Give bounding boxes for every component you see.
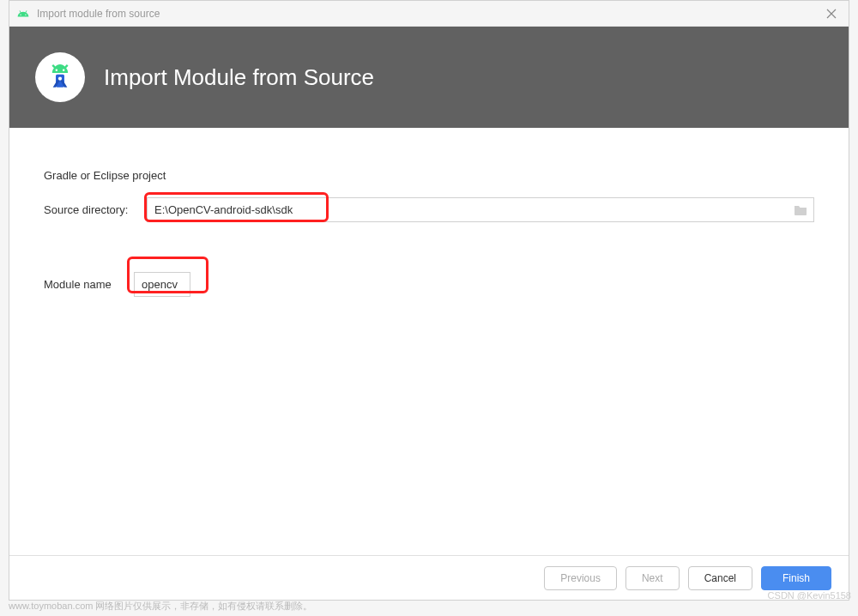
watermark-left: www.toymoban.com 网络图片仅供展示，非存储，如有侵权请联系删除。 (9, 600, 312, 613)
source-directory-label: Source directory: (44, 203, 147, 216)
svg-point-1 (63, 69, 65, 71)
android-studio-logo-icon (35, 52, 85, 102)
titlebar-text: Import module from source (37, 8, 821, 20)
next-button[interactable]: Next (625, 566, 680, 590)
android-studio-icon (16, 7, 30, 21)
dialog-title: Import Module from Source (104, 64, 374, 91)
dialog-footer: Previous Next Cancel Finish (9, 555, 849, 600)
titlebar: Import module from source (9, 1, 849, 27)
section-label: Gradle or Eclipse project (44, 169, 814, 182)
source-input-wrap (147, 197, 814, 222)
dialog-header: Import Module from Source (9, 27, 849, 128)
cancel-button[interactable]: Cancel (688, 566, 752, 590)
watermark-right: CSDN @Kevin5158 (768, 590, 851, 601)
browse-folder-button[interactable] (787, 197, 814, 222)
source-directory-input[interactable] (147, 197, 787, 222)
dialog-content: Gradle or Eclipse project Source directo… (9, 128, 849, 555)
svg-point-0 (56, 69, 58, 71)
import-module-dialog: Import module from source Import Module … (9, 0, 849, 601)
folder-icon (794, 204, 807, 216)
module-name-input[interactable] (134, 272, 190, 297)
previous-button[interactable]: Previous (544, 566, 617, 590)
close-icon[interactable] (821, 3, 842, 24)
source-directory-row: Source directory: (44, 197, 814, 222)
module-name-row: Module name (44, 272, 814, 297)
module-name-label: Module name (44, 278, 134, 291)
svg-point-3 (58, 77, 62, 81)
finish-button[interactable]: Finish (761, 566, 831, 590)
